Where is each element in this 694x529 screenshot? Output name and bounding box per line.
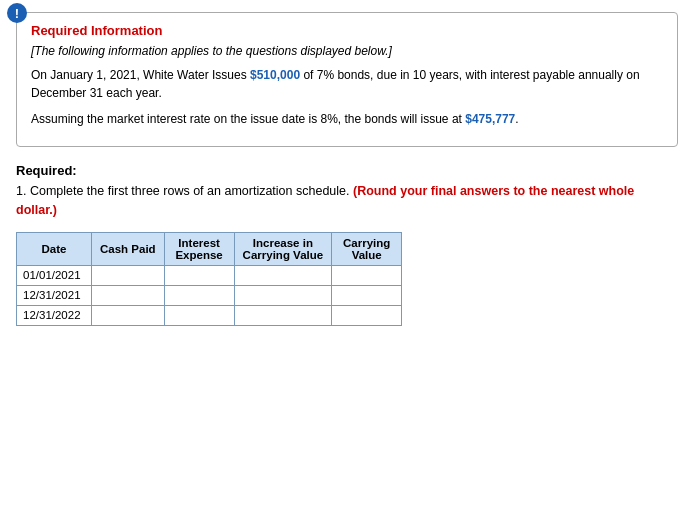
table-row: 12/31/2022 bbox=[17, 305, 402, 325]
info-p1-before: On January 1, 2021, White Water Issues bbox=[31, 68, 250, 82]
table-row: 12/31/2021 bbox=[17, 285, 402, 305]
info-paragraph-1: On January 1, 2021, White Water Issues $… bbox=[31, 66, 663, 102]
carrying-value-cell-3[interactable] bbox=[332, 305, 402, 325]
col-header-carrying-value: CarryingValue bbox=[332, 232, 402, 265]
info-p1-highlight1: $510,000 bbox=[250, 68, 300, 82]
increase-cv-cell-2[interactable] bbox=[234, 285, 332, 305]
info-p2-after: . bbox=[515, 112, 518, 126]
required-section: Required: 1. Complete the first three ro… bbox=[16, 163, 678, 220]
required-label: Required: bbox=[16, 163, 678, 178]
info-box: ! Required Information [The following in… bbox=[16, 12, 678, 147]
interest-expense-cell-1[interactable] bbox=[164, 265, 234, 285]
cash-paid-cell-1[interactable] bbox=[92, 265, 165, 285]
table-row: 01/01/2021 bbox=[17, 265, 402, 285]
cash-paid-cell-2[interactable] bbox=[92, 285, 165, 305]
instruction-before: 1. Complete the first three rows of an a… bbox=[16, 184, 353, 198]
required-instruction: 1. Complete the first three rows of an a… bbox=[16, 182, 678, 220]
carrying-value-cell-1[interactable] bbox=[332, 265, 402, 285]
col-header-increase-carrying-value: Increase inCarrying Value bbox=[234, 232, 332, 265]
increase-cv-cell-3[interactable] bbox=[234, 305, 332, 325]
amortization-table: Date Cash Paid InterestExpense Increase … bbox=[16, 232, 402, 326]
required-info-title: Required Information bbox=[31, 23, 663, 38]
col-header-cash-paid: Cash Paid bbox=[92, 232, 165, 265]
info-icon: ! bbox=[7, 3, 27, 23]
col-header-interest-expense: InterestExpense bbox=[164, 232, 234, 265]
date-cell-2: 12/31/2021 bbox=[17, 285, 92, 305]
info-p2-before: Assuming the market interest rate on the… bbox=[31, 112, 465, 126]
carrying-value-cell-2[interactable] bbox=[332, 285, 402, 305]
info-subtitle: [The following information applies to th… bbox=[31, 44, 663, 58]
info-paragraph-2: Assuming the market interest rate on the… bbox=[31, 110, 663, 128]
cash-paid-cell-3[interactable] bbox=[92, 305, 165, 325]
info-p2-highlight: $475,777 bbox=[465, 112, 515, 126]
date-cell-3: 12/31/2022 bbox=[17, 305, 92, 325]
col-header-date: Date bbox=[17, 232, 92, 265]
date-cell-1: 01/01/2021 bbox=[17, 265, 92, 285]
increase-cv-cell-1[interactable] bbox=[234, 265, 332, 285]
interest-expense-cell-2[interactable] bbox=[164, 285, 234, 305]
interest-expense-cell-3[interactable] bbox=[164, 305, 234, 325]
